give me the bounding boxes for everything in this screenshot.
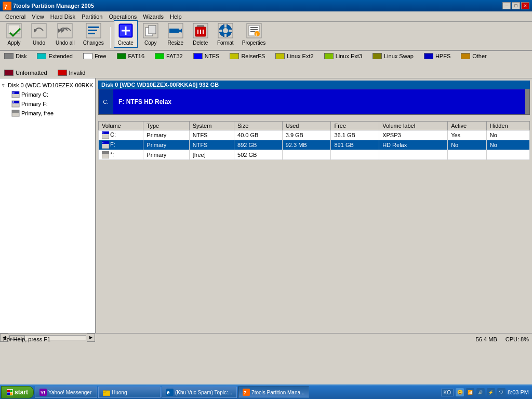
table-row[interactable]: F: F: Primary NTFS 892 GB 92.3 MB 891 GB… (99, 140, 530, 150)
start-button[interactable]: start (1, 386, 34, 398)
tree-partition-f-label: Primary F: (21, 101, 48, 107)
taskbar-item-huong[interactable]: Huong (98, 387, 161, 398)
menu-operations[interactable]: Operations (105, 12, 140, 21)
disk-f-partition[interactable]: F: NTFS HD Relax (113, 89, 525, 114)
menu-help[interactable]: Help (167, 12, 185, 21)
cell-hidden: No (486, 130, 529, 140)
legend-invalid: Invalid (58, 70, 86, 76)
taskbar-item-yahoo[interactable]: Y! Yahoo! Messenger (35, 387, 97, 398)
tray-volume-icon[interactable]: 🔊 (476, 388, 485, 396)
col-used[interactable]: Used (282, 122, 331, 130)
taskbar-item-7tools[interactable]: 7 7tools Partition Mana... (238, 387, 309, 398)
col-label[interactable]: Volume label (379, 122, 448, 130)
svg-text:F:: F: (12, 101, 15, 104)
resize-button[interactable]: Resize (164, 20, 188, 48)
tree-partition-c[interactable]: C: Primary C: (1, 90, 94, 99)
table-row[interactable]: *: Primary [free] 502 GB (99, 150, 530, 160)
disk-c-label[interactable]: C. (99, 89, 113, 114)
partition-f-icon: F: (11, 100, 20, 108)
legend-linuxext3-color (324, 53, 334, 59)
taskbar-huong-label: Huong (112, 390, 127, 395)
menu-view[interactable]: View (29, 12, 47, 21)
svg-rect-56 (12, 110, 19, 113)
tree-partition-free[interactable]: Primary, free (1, 109, 94, 118)
format-button[interactable]: Format (214, 20, 237, 48)
close-button[interactable]: ✕ (521, 2, 529, 9)
tray-network-icon[interactable]: 📶 (466, 388, 474, 396)
minimize-button[interactable]: – (502, 2, 511, 9)
cell-system: [free] (189, 150, 234, 160)
clock: 8:03 PM (508, 389, 529, 395)
toolbar-separator-1 (110, 27, 111, 48)
col-size[interactable]: Size (234, 122, 283, 130)
changes-button[interactable]: Changes (79, 20, 108, 48)
properties-icon: i (246, 22, 262, 39)
legend-fat32-label: FAT32 (166, 53, 183, 59)
menu-partition[interactable]: Partition (78, 12, 105, 21)
legend-disk: Disk (4, 53, 26, 59)
title-bar: 7 7tools Partition Manager 2005 – □ ✕ (0, 0, 532, 11)
legend-ntfs-color (193, 53, 203, 59)
cell-type: Primary (143, 140, 189, 150)
legend-linuxext2-label: Linux Ext2 (287, 53, 313, 59)
menu-wizards[interactable]: Wizards (140, 12, 167, 21)
legend-disk-label: Disk (16, 53, 26, 59)
svg-text:e: e (167, 390, 170, 395)
legend-fat32-color (155, 53, 164, 59)
taskbar-browser-label: (Khu Vuc Spam) Topic:... (175, 390, 232, 395)
format-icon (217, 22, 234, 39)
delete-label: Delete (193, 40, 208, 46)
delete-button[interactable]: Delete (189, 20, 212, 48)
undo-all-button[interactable]: Undo all (52, 20, 78, 48)
col-system[interactable]: System (189, 122, 234, 130)
legend-free: Free (83, 53, 107, 59)
apply-button[interactable]: Apply (2, 20, 26, 48)
svg-rect-33 (219, 30, 222, 32)
col-free[interactable]: Free (331, 122, 379, 130)
disk-f-label: F: NTFS HD Relax (118, 98, 171, 105)
col-active[interactable]: Active (448, 122, 487, 130)
svg-rect-40 (250, 29, 258, 30)
legend-hpfs: HPFS (424, 53, 450, 59)
disk-header: Disk 0 [WDC WD10EZEX-00RKKA0] 932 GB (98, 81, 530, 89)
taskbar-item-browser[interactable]: e (Khu Vuc Spam) Topic:... (162, 387, 237, 398)
legend-linuxswap-label: Linux Swap (384, 53, 414, 59)
properties-button[interactable]: i Properties (238, 20, 270, 48)
legend-other-label: Other (472, 53, 487, 59)
tree-expand-disk0[interactable]: ▿ (2, 83, 5, 88)
col-type[interactable]: Type (143, 122, 189, 130)
table-row[interactable]: C: C: Primary NTFS 40.0 GB 3.9 GB 36.1 G… (99, 130, 530, 140)
tray-security-icon[interactable]: 🛡 (497, 388, 506, 396)
menu-harddisk[interactable]: Hard Disk (47, 12, 78, 21)
col-hidden[interactable]: Hidden (486, 122, 529, 130)
tray-battery-icon[interactable]: ⚡ (487, 388, 495, 396)
legend-free-label: Free (95, 53, 107, 59)
cell-hidden: No (486, 140, 529, 150)
legend-fat16: FAT16 (117, 53, 145, 59)
toolbar: Apply Undo Undo all (0, 22, 532, 51)
create-label: Create (118, 40, 134, 46)
create-button[interactable]: Create (114, 20, 138, 48)
cell-type: Primary (143, 150, 189, 160)
cell-used: 92.3 MB (282, 140, 331, 150)
undo-label: Undo (33, 40, 45, 46)
svg-text:7: 7 (4, 4, 7, 10)
cell-system: NTFS (189, 130, 234, 140)
undo-button[interactable]: Undo (27, 20, 51, 48)
partition-free-icon (11, 109, 20, 117)
lang-indicator: KO (441, 389, 454, 396)
tray-smiley-icon[interactable]: 😀 (456, 388, 464, 396)
tree-partition-f[interactable]: F: Primary F: (1, 99, 94, 109)
cell-hidden (486, 150, 529, 160)
copy-button[interactable]: Copy (139, 20, 163, 48)
legend-fat16-label: FAT16 (128, 53, 145, 59)
tree-disk-0[interactable]: ▿ Disk 0 (WDC WD10EZEX-00RKK (1, 81, 94, 90)
maximize-button[interactable]: □ (512, 2, 520, 9)
col-volume[interactable]: Volume (99, 122, 143, 130)
tree-disk0-label: Disk 0 (WDC WD10EZEX-00RKK (8, 82, 93, 88)
legend-fat32: FAT32 (155, 53, 183, 59)
disk-tree: ▿ Disk 0 (WDC WD10EZEX-00RKK C: Primary … (0, 78, 96, 333)
cell-free: 891 GB (331, 140, 379, 150)
menu-general[interactable]: General (2, 12, 29, 21)
svg-rect-21 (169, 29, 179, 33)
